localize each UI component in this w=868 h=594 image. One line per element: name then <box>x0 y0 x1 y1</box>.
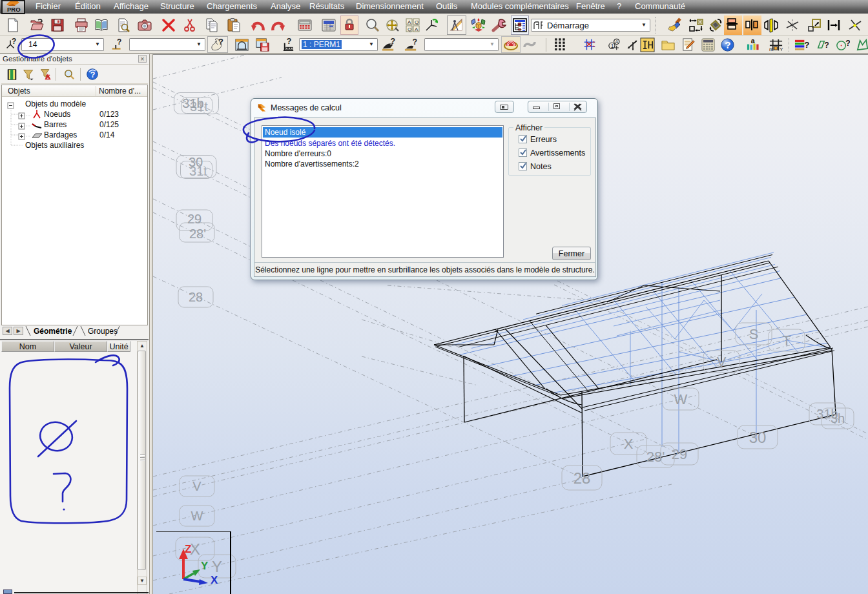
svg-text:Z: Z <box>185 543 191 555</box>
svg-text:A: A <box>415 26 418 32</box>
svg-text:X: X <box>211 574 218 586</box>
svg-text:?: ? <box>804 40 809 50</box>
svg-text:PRO: PRO <box>7 6 21 13</box>
svg-text:V: V <box>192 479 202 493</box>
svg-text:Y: Y <box>780 46 783 52</box>
svg-text:29: 29 <box>672 446 687 462</box>
svg-text:Q: Q <box>408 26 411 32</box>
svg-text:W: W <box>674 391 688 407</box>
svg-text:Groupes: Groupes <box>88 327 118 336</box>
svg-text:31t: 31t <box>190 99 208 114</box>
svg-text:A: A <box>615 39 619 45</box>
svg-text:T: T <box>782 333 790 349</box>
svg-text:30: 30 <box>749 429 767 446</box>
svg-text:28: 28 <box>574 469 591 487</box>
svg-text:W: W <box>191 509 203 523</box>
svg-text:m: m <box>769 46 772 52</box>
svg-text:?: ? <box>412 37 417 46</box>
svg-text:A: A <box>408 19 411 25</box>
svg-text:a: a <box>750 37 754 45</box>
svg-text:X: X <box>624 436 634 452</box>
svg-text:Q: Q <box>415 19 418 25</box>
svg-text:28: 28 <box>189 290 203 304</box>
svg-text:Y: Y <box>201 560 209 572</box>
svg-text:?: ? <box>90 70 96 79</box>
svg-text:?: ? <box>390 37 395 46</box>
svg-text:X: X <box>190 540 200 558</box>
svg-text:?: ? <box>12 37 16 46</box>
svg-text:Y: Y <box>212 558 222 575</box>
svg-text:?: ? <box>725 39 730 50</box>
svg-text:28': 28' <box>646 449 665 465</box>
svg-text:?: ? <box>286 37 291 46</box>
svg-text:28': 28' <box>189 227 206 241</box>
svg-text:S: S <box>749 326 759 342</box>
svg-text:?: ? <box>824 41 829 50</box>
svg-text:Géométrie: Géométrie <box>34 327 72 336</box>
svg-text:V: V <box>717 354 727 370</box>
svg-text:3h: 3h <box>831 411 845 425</box>
svg-text:?: ? <box>845 39 850 48</box>
svg-text:?: ? <box>117 37 121 46</box>
svg-text:?: ? <box>218 37 223 46</box>
svg-text:31t: 31t <box>189 164 207 178</box>
svg-text:29: 29 <box>187 212 202 226</box>
svg-text:1: 1 <box>611 43 614 49</box>
